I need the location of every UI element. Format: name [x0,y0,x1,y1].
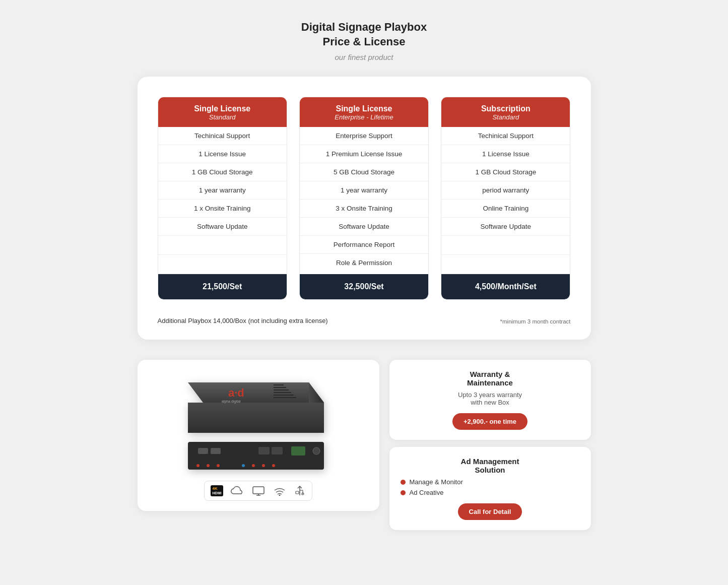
feature-row: 5 GB Cloud Storage [300,163,428,181]
list-item: Manage & Monitor [401,478,580,486]
page-header: Digital Signage Playbox Price & License … [301,20,427,61]
card-price-single-standard: 21,500/Set [158,274,287,299]
warranty-card-title: Warranty &Maintenance [401,370,580,387]
list-item: Ad Creative [401,489,580,496]
ad-management-features: Manage & Monitor Ad Creative [401,478,580,496]
feature-row: Software Update [158,218,287,236]
svg-point-22 [252,464,255,467]
feature-row: 1 year warranty [158,181,287,200]
feature-row: Techinical Support [158,127,287,145]
svg-rect-16 [291,446,305,456]
pricing-container: Single License Standard Techinical Suppo… [138,77,591,340]
ad-management-title: Ad ManagementSolution [401,457,580,474]
min-contract-note: *minimum 3 month contract [500,318,571,324]
feature-row: period warranty [441,181,570,200]
svg-point-24 [272,464,275,467]
svg-point-19 [207,464,210,467]
card-header-subscription-standard: Subscription Standard [441,97,570,127]
bullet-dot [401,490,406,495]
svg-rect-13 [211,448,221,454]
icon-display [251,486,266,496]
icon-wifi [273,486,287,496]
svg-rect-30 [296,491,299,494]
device-image-area: a·d alpha digital [148,370,369,471]
feature-row: Software Update [441,218,570,236]
playbox-device-image: a·d alpha digital [173,367,344,473]
info-cards: Warranty &Maintenance Upto 3 years warra… [389,360,591,530]
svg-text:alpha digital: alpha digital [222,400,241,404]
warranty-button[interactable]: +2,900.- one time [452,413,527,430]
bottom-section: a·d alpha digital [138,360,591,530]
card-header-single-enterprise: Single License Enterprise - Lifetime [300,97,428,127]
pricing-grid: Single License Standard Techinical Suppo… [158,97,571,300]
feature-row: Performance Report [300,236,428,254]
feature-row: Techinical Support [441,127,570,145]
card-title: Subscription [446,104,565,113]
feature-row: 1 License Issue [441,145,570,163]
feature-row: Online Training [441,200,570,218]
warranty-card-description: Upto 3 years warrantywith new Box [401,391,580,406]
device-card: a·d alpha digital [138,360,379,511]
svg-point-23 [262,464,265,467]
feature-empty [158,255,287,274]
call-for-detail-button[interactable]: Call for Detail [458,503,522,520]
page-subtitle: our finest product [301,53,427,61]
icon-cloud [230,486,244,496]
feature-row: Enterprise Support [300,127,428,145]
svg-point-21 [242,464,245,467]
page-title: Digital Signage Playbox Price & License [301,20,427,49]
bullet-dot [401,480,406,485]
feature-row: 1 Premium License Issue [300,145,428,163]
icon-usb [294,485,306,496]
card-subtitle: Standard [446,113,565,121]
card-price-single-enterprise: 32,500/Set [300,274,428,299]
device-icons-row: 4KHDMI [204,481,313,501]
feature-row: Role & Permission [300,254,428,272]
ad-management-card: Ad ManagementSolution Manage & Monitor A… [389,447,591,530]
svg-text:a·d: a·d [228,386,244,399]
feature-row: 1 GB Cloud Storage [441,163,570,181]
svg-rect-12 [198,448,208,454]
svg-marker-0 [188,382,324,403]
card-header-single-standard: Single License Standard [158,97,287,127]
feature-row: 3 x Onsite Training [300,200,428,218]
pricing-card-subscription-standard: Subscription Standard Techinical Support… [441,97,570,300]
svg-point-20 [217,464,220,467]
feature-row: Software Update [300,218,428,236]
pricing-card-single-enterprise: Single License Enterprise - Lifetime Ent… [299,97,429,300]
icon-4k-hdmi: 4KHDMI [211,485,224,496]
card-title: Single License [163,104,282,113]
card-price-subscription-standard: 4,500/Month/Set [441,274,570,299]
pricing-additional-note: Additional Playbox 14,000/Box (not inclu… [158,317,328,324]
feature-empty [441,255,570,274]
card-subtitle: Enterprise - Lifetime [305,113,423,121]
svg-rect-14 [258,447,270,454]
feature-empty [441,236,570,255]
feature-row: 1 GB Cloud Storage [158,163,287,181]
warranty-card: Warranty &Maintenance Upto 3 years warra… [389,360,591,440]
svg-point-17 [313,447,320,454]
card-title: Single License [305,104,423,113]
svg-marker-2 [188,403,324,433]
card-features-single-enterprise: Enterprise Support 1 Premium License Iss… [300,127,428,274]
card-features-subscription-standard: Techinical Support 1 License Issue 1 GB … [441,127,570,274]
feature-row: 1 year warranty [300,181,428,200]
feature-row: 1 License Issue [158,145,287,163]
card-subtitle: Standard [163,113,282,121]
svg-rect-15 [272,447,283,454]
pricing-card-single-standard: Single License Standard Techinical Suppo… [158,97,287,300]
feature-empty [158,236,287,255]
svg-point-18 [196,464,200,467]
card-features-single-standard: Techinical Support 1 License Issue 1 GB … [158,127,287,274]
svg-rect-25 [253,487,264,494]
svg-point-28 [279,495,281,496]
feature-row: 1 x Onsite Training [158,200,287,218]
